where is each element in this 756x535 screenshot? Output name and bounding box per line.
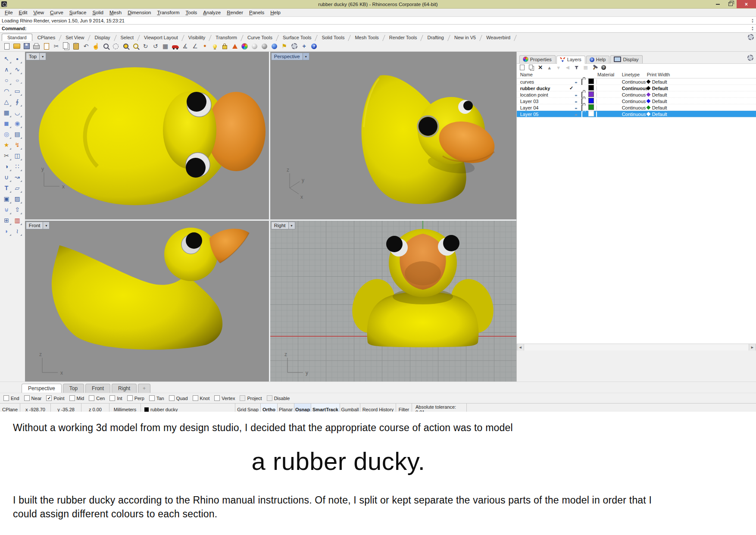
status-units[interactable]: Millimeters: [109, 404, 141, 412]
layer-color-swatch[interactable]: [588, 85, 594, 91]
layer-material-icon[interactable]: [596, 105, 597, 111]
polyline-icon[interactable]: ∧: [1, 64, 12, 75]
fillet-surface-icon[interactable]: ↯: [12, 140, 22, 150]
menu-panels[interactable]: Panels: [246, 9, 267, 16]
undo-icon[interactable]: ↶: [81, 41, 91, 51]
open-file-icon[interactable]: [12, 41, 22, 51]
slope-analysis-icon[interactable]: ∡: [180, 41, 190, 51]
toolbar-tab-weaverbird[interactable]: Weaverbird: [481, 34, 515, 41]
extend-curve-icon[interactable]: ↝: [12, 172, 22, 182]
close-button[interactable]: ×: [737, 0, 756, 8]
toolbar-tab-viewport-layout[interactable]: Viewport Layout: [139, 34, 183, 41]
panel-tab-help[interactable]: ?Help: [586, 56, 610, 63]
osnap-perp[interactable]: Perp: [127, 395, 144, 401]
osnap-project[interactable]: Project: [240, 395, 262, 401]
column-linetype[interactable]: Linetype: [616, 72, 644, 77]
point-cloud-icon[interactable]: ∷: [12, 161, 22, 172]
save-icon[interactable]: [22, 41, 31, 51]
osnap-tan-checkbox[interactable]: [149, 395, 155, 401]
explode-icon[interactable]: ★: [1, 140, 12, 150]
menu-solid[interactable]: Solid: [89, 9, 106, 16]
osnap-near[interactable]: Near: [24, 395, 42, 401]
solid-torus-icon[interactable]: ◎: [1, 129, 12, 139]
osnap-int[interactable]: Int: [109, 395, 122, 401]
solid-sphere-icon[interactable]: ◉: [12, 118, 22, 128]
extrude-icon[interactable]: ⇧: [12, 204, 22, 215]
viewport-tab-perspective[interactable]: Perspective: [22, 384, 62, 393]
menu-tools[interactable]: Tools: [182, 9, 200, 16]
panel-tab-layers[interactable]: Layers: [556, 56, 585, 64]
command-spinner[interactable]: ▲▼: [750, 25, 755, 32]
toolbar-gear-icon[interactable]: [748, 34, 754, 40]
layers-help-icon[interactable]: ?: [601, 65, 607, 71]
osnap-knot[interactable]: Knot: [193, 395, 210, 401]
array-rectangular-icon[interactable]: ⊞: [1, 215, 12, 225]
layer-material-icon[interactable]: [596, 85, 597, 91]
status-active-layer[interactable]: rubber ducky: [141, 404, 235, 412]
select-arrow-icon[interactable]: ↖: [1, 53, 12, 64]
zoom-selected-icon[interactable]: [121, 41, 131, 51]
toolbar-tab-set-view[interactable]: Set View: [60, 34, 89, 41]
rectangle-icon[interactable]: ▭: [12, 86, 22, 96]
columns-grid-icon[interactable]: ▦: [583, 65, 589, 71]
toolbar-tab-surface-tools[interactable]: Surface Tools: [278, 34, 316, 41]
layer-row-rubber-ducky[interactable]: rubber ducky ✓ Continuous Default: [517, 85, 756, 91]
viewport-perspective-dropdown-icon[interactable]: ▼: [303, 53, 309, 60]
solid-box-icon[interactable]: ◼: [1, 118, 12, 128]
layer-material-icon[interactable]: [596, 92, 597, 98]
osnap-vertex[interactable]: Vertex: [214, 395, 235, 401]
toggle-osnap[interactable]: Osnap: [294, 404, 311, 412]
panel-horizontal-scrollbar[interactable]: ◀ ▶: [517, 344, 756, 350]
rendered-sphere-icon[interactable]: [269, 41, 279, 51]
column-material[interactable]: Material: [596, 72, 616, 77]
osnap-mid[interactable]: Mid: [69, 395, 84, 401]
command-history[interactable]: Loading Rhino Render, version 1.50, Jun …: [0, 17, 756, 25]
osnap-cen-checkbox[interactable]: [89, 395, 94, 401]
column-print-width[interactable]: Print Width: [644, 72, 756, 77]
curve-blend-icon[interactable]: ∪: [1, 172, 12, 182]
insert-block-icon[interactable]: ▥: [12, 215, 22, 225]
layer-row-curves[interactable]: curves Continuous Default: [517, 78, 756, 85]
menu-dimension[interactable]: Dimension: [125, 9, 154, 16]
osnap-knot-checkbox[interactable]: [193, 395, 198, 401]
menu-analyze[interactable]: Analyze: [200, 9, 224, 16]
toolbar-tab-solid-tools[interactable]: Solid Tools: [316, 34, 350, 41]
layer-lock-icon[interactable]: [581, 79, 582, 85]
toggle-record-history[interactable]: Record History: [360, 404, 396, 412]
move-layer-down-icon[interactable]: ▼: [556, 65, 562, 71]
arc-icon[interactable]: ◠: [1, 86, 12, 96]
layer-lock-icon[interactable]: [581, 105, 582, 111]
menu-edit[interactable]: Edit: [16, 9, 31, 16]
layer-lock-icon[interactable]: [581, 111, 582, 117]
osnap-int-checkbox[interactable]: [109, 395, 115, 401]
move-icon[interactable]: ▱: [12, 183, 22, 193]
osnap-disable-checkbox[interactable]: [267, 395, 272, 401]
move-to-parent-icon[interactable]: ◀: [565, 65, 571, 71]
selection-flag-icon[interactable]: ⚑: [279, 41, 289, 51]
viewport-tab-right[interactable]: Right: [112, 384, 137, 393]
panel-tab-properties[interactable]: Properties: [519, 55, 556, 63]
viewport-label-top[interactable]: Top ▼: [26, 53, 47, 60]
menu-transform[interactable]: Transform: [154, 9, 183, 16]
menu-help[interactable]: Help: [267, 9, 284, 16]
print-icon[interactable]: [31, 41, 41, 51]
viewport-tab-front[interactable]: Front: [85, 384, 110, 393]
toolbar-tab-new-in-v5[interactable]: New in V5: [449, 34, 481, 41]
layer-row-layer-04[interactable]: Layer 04 Continuous Default: [517, 104, 756, 111]
polygon-icon[interactable]: △: [1, 97, 12, 107]
point-icon[interactable]: ●: [12, 53, 22, 64]
trim-icon[interactable]: ✂: [1, 150, 12, 161]
pan-view-icon[interactable]: ☝: [91, 41, 101, 51]
ellipse-icon[interactable]: ○: [12, 77, 22, 84]
layer-lock-icon[interactable]: [581, 92, 582, 98]
osnap-disable[interactable]: Disable: [267, 395, 290, 401]
surface-loft-icon[interactable]: ◡: [12, 107, 22, 118]
viewport-front-dropdown-icon[interactable]: ▼: [43, 222, 49, 229]
menu-render[interactable]: Render: [224, 9, 246, 16]
viewport-top-dropdown-icon[interactable]: ▼: [39, 53, 46, 60]
toggle-smarttrack[interactable]: SmartTrack: [311, 404, 340, 412]
osnap-quad-checkbox[interactable]: [169, 395, 175, 401]
viewport-perspective[interactable]: z y x Perspective ▼: [270, 52, 516, 219]
panel-gear-icon[interactable]: [747, 55, 753, 61]
render-preview-sphere-icon[interactable]: [250, 41, 259, 51]
